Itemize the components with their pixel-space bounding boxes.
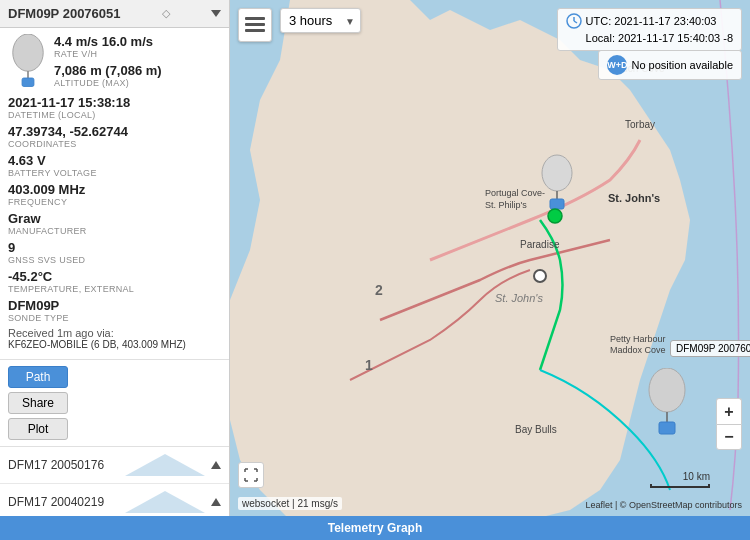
device-header[interactable]: DFM09P 20076051 ◇ (0, 0, 229, 28)
scale-label: 10 km (683, 471, 710, 482)
temperature-value: -45.2°C (8, 269, 221, 284)
sonde-chart (125, 454, 205, 476)
local-time: Local: 2021-11-17 15:40:03 -8 (566, 30, 733, 47)
svg-line-36 (574, 21, 577, 23)
plot-button[interactable]: Plot (8, 418, 68, 440)
sonde-type-label: SONDE TYPE (8, 313, 221, 323)
balloon-prediction-marker (647, 368, 687, 440)
svg-point-26 (548, 209, 562, 223)
websocket-status: websocket | 21 msg/s (238, 497, 342, 510)
up-arrow-icon[interactable] (211, 498, 221, 506)
manufacturer-label: MANUFACTURER (8, 226, 221, 236)
diamond-icon: ◇ (162, 7, 170, 20)
no-pos-icon: W+D (607, 55, 627, 75)
gnss-label: GNSS SVS USED (8, 255, 221, 265)
svg-text:St. Philip's: St. Philip's (485, 200, 527, 210)
datetime-label: DATETIME (LOCAL) (8, 110, 221, 120)
coordinates-label: COORDINATES (8, 139, 221, 149)
hours-select[interactable]: 3 hours 6 hours 12 hours 24 hours (280, 8, 361, 33)
fullscreen-button[interactable] (238, 462, 264, 488)
battery-label: BATTERY VOLTAGE (8, 168, 221, 178)
sonde-type-value: DFM09P (8, 298, 221, 313)
svg-text:Portugal Cove-: Portugal Cove- (485, 188, 545, 198)
device-id: DFM09P 20076051 (8, 6, 121, 21)
temperature-label: TEMPERATURE, EXTERNAL (8, 284, 221, 294)
svg-text:Torbay: Torbay (625, 119, 655, 130)
zoom-out-button[interactable]: − (716, 424, 742, 450)
hours-select-wrap[interactable]: 3 hours 6 hours 12 hours 24 hours ▼ (280, 8, 361, 33)
layers-button[interactable] (238, 8, 272, 42)
share-button[interactable]: Share (8, 392, 68, 414)
main-container: DFM09P 20076051 ◇ 4.4 m/s 16.0 m/s RATE … (0, 0, 750, 540)
svg-rect-30 (659, 422, 675, 434)
svg-rect-32 (245, 23, 265, 26)
map-background: 2 1 Pouch Cove Torbay Portugal Cove- St.… (230, 0, 750, 540)
sonde-chart (125, 491, 205, 513)
svg-rect-2 (22, 78, 34, 86)
telemetry-graph-button[interactable]: Telemetry Graph (0, 516, 230, 540)
battery-value: 4.63 V (8, 153, 221, 168)
svg-point-23 (542, 155, 572, 191)
gnss-value: 9 (8, 240, 221, 255)
balloon-icon (8, 34, 48, 89)
svg-text:1: 1 (365, 357, 373, 373)
left-panel: DFM09P 20076051 ◇ 4.4 m/s 16.0 m/s RATE … (0, 0, 230, 540)
clock-icon (566, 13, 582, 29)
altitude-label: ALTITUDE (MAX) (54, 78, 221, 88)
zoom-controls: + − (716, 398, 742, 450)
altitude-value: 7,086 m (7,086 m) (54, 63, 221, 78)
device-map-label: DFM09P 20076051 (670, 340, 750, 357)
rate-label: RATE V/H (54, 49, 221, 59)
fullscreen-icon (244, 468, 258, 482)
frequency-value: 403.009 MHz (8, 182, 221, 197)
chevron-down-icon[interactable] (211, 10, 221, 17)
svg-rect-33 (245, 29, 265, 32)
svg-point-0 (13, 34, 43, 71)
sonde-id: DFM17 20050176 (8, 458, 104, 472)
utc-info: UTC: 2021-11-17 23:40:03 Local: 2021-11-… (557, 8, 742, 51)
svg-text:Maddox Cove: Maddox Cove (610, 345, 666, 355)
no-position-text: No position available (631, 59, 733, 71)
map-attribution: Leaflet | © OpenStreetMap contributors (585, 500, 742, 510)
svg-point-27 (534, 270, 546, 282)
list-item[interactable]: DFM17 20050176 (0, 447, 229, 484)
scale-line (650, 484, 710, 488)
utc-time: UTC: 2021-11-17 23:40:03 (586, 13, 717, 30)
received-text: Received 1m ago via: (8, 327, 221, 339)
up-arrow-icon[interactable] (211, 461, 221, 469)
rate-value: 4.4 m/s 16.0 m/s (54, 34, 221, 49)
frequency-label: FREQUENCY (8, 197, 221, 207)
landing-marker (532, 268, 548, 288)
svg-marker-3 (125, 454, 205, 476)
svg-rect-31 (245, 17, 265, 20)
action-buttons: Path Share Plot (0, 360, 229, 447)
map-area[interactable]: 2 1 Pouch Cove Torbay Portugal Cove- St.… (230, 0, 750, 540)
map-controls-top (238, 8, 272, 42)
svg-marker-4 (125, 491, 205, 513)
sonde-id: DFM17 20040219 (8, 495, 104, 509)
svg-text:2: 2 (375, 282, 383, 298)
zoom-in-button[interactable]: + (716, 398, 742, 424)
path-button[interactable]: Path (8, 366, 68, 388)
svg-point-28 (649, 368, 685, 412)
svg-text:St. John's: St. John's (495, 292, 543, 304)
coordinates-value: 47.39734, -52.62744 (8, 124, 221, 139)
svg-text:Petty Harbour: Petty Harbour (610, 334, 666, 344)
scale-bar: 10 km (650, 471, 710, 488)
launch-marker (547, 208, 563, 228)
datetime-value: 2021-11-17 15:38:18 (8, 95, 221, 110)
manufacturer-value: Graw (8, 211, 221, 226)
telemetry-data: 4.4 m/s 16.0 m/s RATE V/H 7,086 m (7,086… (0, 28, 229, 360)
svg-text:Paradise: Paradise (520, 239, 560, 250)
svg-text:Bay Bulls: Bay Bulls (515, 424, 557, 435)
svg-text:St. John's: St. John's (608, 192, 660, 204)
balloon-marker (541, 153, 573, 215)
no-position-indicator: W+D No position available (598, 50, 742, 80)
received-via: KF6ZEO-MOBILE (6 DB, 403.009 MHZ) (8, 339, 221, 350)
